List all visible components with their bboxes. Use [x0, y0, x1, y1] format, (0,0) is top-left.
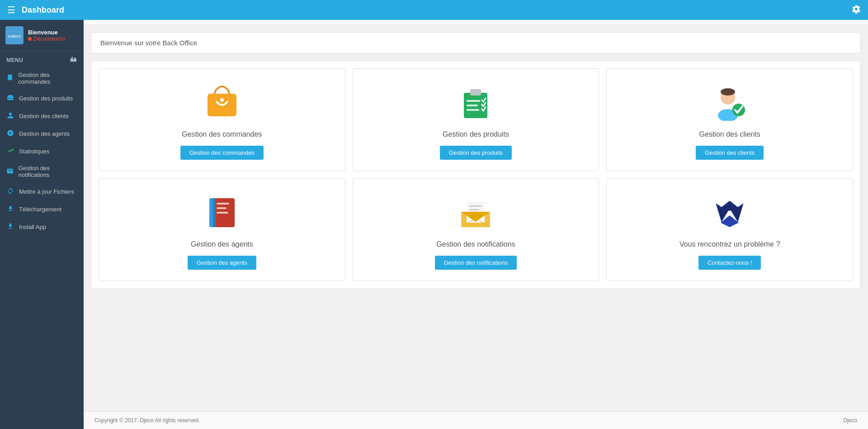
footer: Copyright © 2017. Djeco All rights reser…	[84, 411, 868, 429]
svg-rect-23	[469, 209, 479, 210]
card-notifications: Gestion des notifications Gestion des no…	[353, 178, 599, 281]
commandes-card-button[interactable]: Gestion des commandes	[180, 146, 264, 160]
problem-card-title: Vous rencontrez un problème ?	[679, 240, 780, 248]
hamburger-icon[interactable]: ☰	[7, 5, 15, 15]
logout-dot-icon	[28, 37, 32, 41]
notifications-card-button[interactable]: Gestion des notifications	[435, 256, 517, 270]
problem-card-button[interactable]: Contactez-nous !	[698, 256, 761, 270]
svg-point-30	[727, 205, 732, 211]
chart-icon	[70, 56, 77, 64]
sidebar-item-commandes-label: Gestion des commandes	[18, 72, 77, 85]
sidebar-menu-header: MENU	[0, 51, 84, 67]
clients-card-button[interactable]: Gestion des clients	[696, 146, 764, 160]
notifications-card-title: Gestion des notifications	[436, 240, 515, 248]
cards-container: Gestion des commandes Gestion des comman…	[91, 61, 861, 289]
card-clients: Gestion des clients Gestion des clients	[606, 68, 853, 171]
welcome-banner: Bienvenue sur votre Back Office	[91, 32, 861, 53]
svg-rect-6	[470, 89, 481, 95]
sidebar-item-download[interactable]: Téléchargement	[0, 200, 84, 218]
logout-link[interactable]: Déconnexion	[28, 36, 65, 42]
sidebar-item-notifs-label: Gestion des notifications	[19, 165, 77, 178]
card-problem: Vous rencontrez un problème ? Contactez-…	[606, 178, 853, 281]
sidebar-user-section: DJECO Bienvenue Déconnexion	[0, 20, 84, 51]
svg-rect-16	[209, 198, 213, 227]
download-icon	[6, 205, 14, 214]
produits-card-title: Gestion des produits	[443, 130, 509, 138]
sidebar-item-download-label: Téléchargement	[19, 206, 61, 213]
agents-card-button[interactable]: Gestion des agents	[188, 256, 256, 270]
agents-card-icon	[202, 192, 242, 233]
products-icon	[6, 94, 14, 103]
sidebar-item-files-label: Mettre à jour Fichiers	[19, 188, 74, 195]
commandes-card-title: Gestion des commandes	[182, 130, 262, 138]
notifications-card-icon	[455, 192, 496, 233]
clients-card-icon	[709, 82, 750, 123]
sidebar-username: Bienvenue	[28, 29, 65, 36]
svg-point-12	[721, 88, 735, 95]
svg-rect-18	[217, 207, 226, 209]
sidebar-item-clients-label: Gestion des clients	[19, 113, 69, 119]
stats-icon	[6, 147, 14, 156]
clients-card-title: Gestion des clients	[699, 130, 760, 138]
footer-brand: Djeco	[843, 417, 857, 424]
sidebar-item-stats[interactable]: Statistiques	[0, 143, 84, 160]
card-agents: Gestion des agents Gestion des agents	[99, 178, 345, 281]
card-commandes: Gestion des commandes Gestion des comman…	[99, 68, 345, 171]
install-icon	[6, 223, 14, 231]
svg-text:DJECO: DJECO	[8, 34, 21, 38]
files-icon	[6, 187, 14, 196]
sidebar-item-clients[interactable]: Gestion des clients	[0, 107, 84, 125]
orders-icon	[6, 74, 14, 83]
svg-rect-17	[217, 203, 229, 205]
produits-card-button[interactable]: Gestion des produits	[440, 146, 512, 160]
sidebar-item-commandes[interactable]: Gestion des commandes	[0, 67, 84, 90]
produits-card-icon	[455, 82, 496, 123]
svg-rect-3	[220, 98, 224, 102]
svg-rect-22	[469, 205, 482, 207]
content-area: Bienvenue sur votre Back Office	[84, 25, 868, 411]
agents-icon	[6, 129, 14, 138]
sidebar-item-install[interactable]: Install App	[0, 218, 84, 236]
sidebar: DJECO Bienvenue Déconnexion MENU Gestion…	[0, 20, 84, 429]
top-navbar: ☰ Dashboard	[0, 0, 868, 20]
agents-card-title: Gestion des agents	[191, 240, 253, 248]
svg-rect-19	[217, 212, 228, 214]
sidebar-item-files[interactable]: Mettre à jour Fichiers	[0, 183, 84, 200]
commandes-card-icon	[202, 82, 242, 123]
clients-icon	[6, 112, 14, 120]
card-produits: Gestion des produits Gestion des produit…	[353, 68, 599, 171]
sidebar-item-install-label: Install App	[19, 224, 46, 230]
avatar: DJECO	[5, 26, 24, 44]
sidebar-item-stats-label: Statistiques	[19, 148, 49, 155]
sidebar-item-produits-label: Gestion des produits	[19, 95, 73, 102]
sidebar-item-notifs[interactable]: Gestion des notifications	[0, 160, 84, 183]
svg-rect-7	[467, 100, 480, 102]
sidebar-item-agents[interactable]: Gestion des agents	[0, 125, 84, 143]
svg-rect-9	[467, 109, 479, 111]
sidebar-item-agents-label: Gestion des agents	[19, 130, 70, 137]
notifs-icon	[6, 167, 14, 176]
settings-icon[interactable]	[852, 6, 861, 15]
problem-card-icon	[709, 192, 750, 233]
cards-grid: Gestion des commandes Gestion des comman…	[99, 68, 853, 281]
app-title: Dashboard	[22, 5, 64, 15]
sidebar-item-produits[interactable]: Gestion des produits	[0, 90, 84, 107]
main-content: Dashboard Control Panel Bienvenue sur vo…	[84, 0, 868, 411]
footer-copyright: Copyright © 2017. Djeco All rights reser…	[94, 417, 200, 424]
svg-rect-8	[467, 105, 478, 106]
